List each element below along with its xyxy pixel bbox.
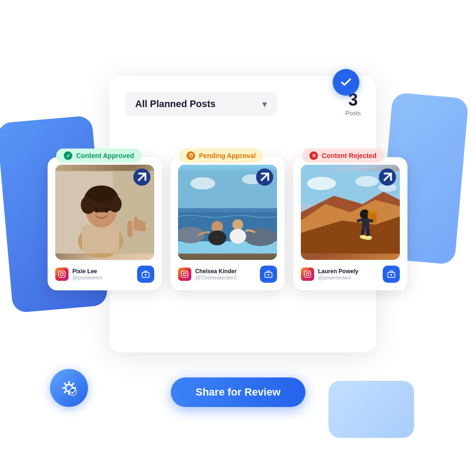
svg-line-60 bbox=[384, 174, 391, 181]
user-handle-3: @poweleelaur bbox=[318, 275, 358, 280]
share-for-review-button[interactable]: Share for Review bbox=[171, 377, 306, 407]
svg-line-74 bbox=[72, 383, 74, 385]
svg-rect-36 bbox=[181, 271, 188, 277]
user-info-3: Lauren Powely @poweleelaur bbox=[318, 268, 358, 280]
badge-pending: ⏱ Pending Approval bbox=[179, 149, 263, 163]
card-footer-1: Pixie Lee @pixieleelee bbox=[55, 266, 154, 283]
badge-approved-label: Content Approved bbox=[76, 152, 134, 159]
svg-point-10 bbox=[94, 208, 99, 212]
instagram-icon-3 bbox=[301, 268, 314, 281]
gear-circle bbox=[50, 369, 88, 407]
user-name-3: Lauren Powely bbox=[318, 268, 358, 275]
svg-point-44 bbox=[307, 177, 336, 190]
user-name-2: Chelsea Kinder bbox=[195, 268, 237, 275]
svg-line-75 bbox=[64, 391, 66, 393]
card-footer-3: Lauren Powely @poweleelaur bbox=[301, 266, 400, 283]
card-arrow-btn-3[interactable] bbox=[379, 169, 396, 186]
svg-rect-3 bbox=[82, 225, 119, 254]
svg-rect-53 bbox=[362, 218, 369, 229]
svg-point-32 bbox=[208, 230, 226, 245]
post-card-1: ✓ Content Approved bbox=[48, 157, 162, 290]
svg-point-63 bbox=[309, 272, 310, 273]
svg-point-25 bbox=[190, 177, 215, 189]
instagram-icon-2 bbox=[178, 268, 191, 281]
clock-icon: ⏱ bbox=[187, 151, 195, 160]
svg-line-16 bbox=[139, 174, 146, 181]
card-footer-2: Chelsea Kinder @Chelseakinder2 bbox=[178, 266, 277, 283]
post-card-3: ✕ Content Rejected bbox=[293, 157, 407, 290]
scene: All Planned Posts ▾ 3 Posts ✓ Content Ap… bbox=[24, 24, 452, 452]
svg-rect-15 bbox=[142, 221, 146, 232]
share-btn-wrapper: Share for Review bbox=[171, 377, 306, 407]
user-handle-2: @Chelseakinder2 bbox=[195, 275, 237, 280]
card-user-2: Chelsea Kinder @Chelseakinder2 bbox=[178, 268, 237, 281]
svg-rect-14 bbox=[138, 220, 142, 231]
card-arrow-btn-1[interactable] bbox=[133, 169, 150, 186]
svg-point-37 bbox=[183, 273, 186, 276]
svg-line-35 bbox=[261, 174, 268, 181]
bg-shape-bottom bbox=[328, 381, 414, 438]
svg-rect-61 bbox=[304, 271, 310, 277]
x-icon: ✕ bbox=[309, 151, 318, 160]
svg-point-18 bbox=[60, 273, 63, 276]
svg-point-34 bbox=[229, 229, 246, 244]
svg-rect-52 bbox=[368, 210, 376, 214]
svg-point-38 bbox=[186, 272, 187, 273]
planned-posts-dropdown[interactable]: All Planned Posts ▾ bbox=[125, 92, 277, 116]
card-user-3: Lauren Powely @poweleelaur bbox=[301, 268, 358, 281]
briefcase-btn-3[interactable] bbox=[383, 266, 400, 283]
briefcase-btn-2[interactable] bbox=[260, 266, 277, 283]
check-circle-badge bbox=[333, 69, 359, 96]
badge-pending-label: Pending Approval bbox=[199, 152, 256, 159]
card-arrow-btn-2[interactable] bbox=[256, 169, 273, 186]
user-name-1: Pixie Lee bbox=[72, 268, 102, 275]
chevron-down-icon: ▾ bbox=[262, 99, 267, 109]
badge-rejected-label: Content Rejected bbox=[322, 152, 377, 159]
badge-rejected: ✕ Content Rejected bbox=[302, 149, 384, 163]
svg-point-33 bbox=[232, 219, 243, 230]
instagram-icon-1 bbox=[55, 268, 69, 281]
svg-point-45 bbox=[355, 176, 378, 187]
cards-row: ✓ Content Approved bbox=[48, 157, 407, 290]
post-card-2: ⏱ Pending Approval bbox=[170, 157, 285, 290]
svg-rect-13 bbox=[134, 217, 138, 231]
svg-point-9 bbox=[87, 186, 116, 202]
user-info-2: Chelsea Kinder @Chelseakinder2 bbox=[195, 268, 237, 280]
briefcase-btn-1[interactable] bbox=[137, 266, 154, 283]
user-handle-1: @pixieleelee bbox=[72, 275, 102, 280]
dropdown-label: All Planned Posts bbox=[135, 99, 216, 109]
svg-line-72 bbox=[64, 383, 66, 385]
svg-point-62 bbox=[306, 273, 309, 276]
svg-rect-12 bbox=[128, 220, 132, 237]
card-user-1: Pixie Lee @pixieleelee bbox=[55, 268, 102, 281]
posts-label: Posts bbox=[345, 109, 361, 117]
check-icon: ✓ bbox=[64, 151, 72, 160]
svg-point-11 bbox=[104, 208, 109, 212]
badge-approved: ✓ Content Approved bbox=[56, 149, 142, 163]
svg-rect-17 bbox=[59, 271, 65, 277]
user-info-1: Pixie Lee @pixieleelee bbox=[72, 268, 102, 280]
svg-point-19 bbox=[63, 272, 64, 273]
